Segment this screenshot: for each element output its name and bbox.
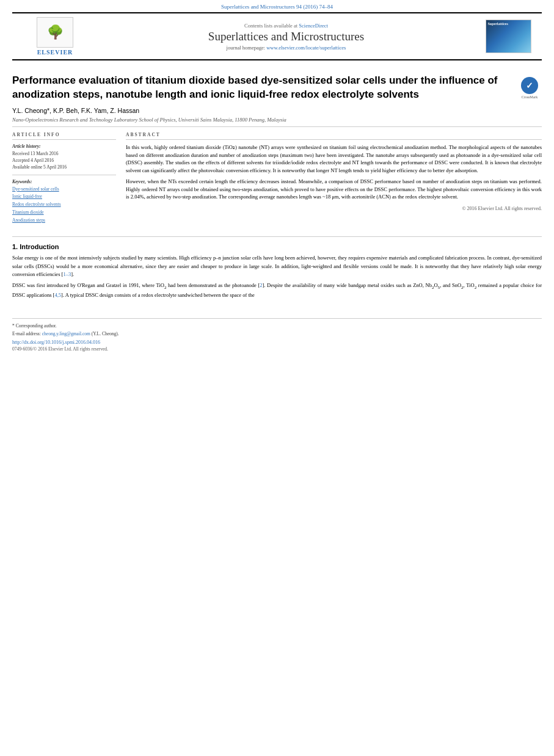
journal-title: Superlattices and Microstructures: [92, 30, 481, 43]
authors-line: Y.L. Cheong*, K.P. Beh, F.K. Yam, Z. Has…: [12, 107, 542, 114]
page-footer: * Corresponding author. E-mail address: …: [12, 318, 542, 352]
elsevier-logo-area: 🌳 ELSEVIER: [18, 17, 92, 56]
article-title-section: Performance evaluation of titanium dioxi…: [12, 67, 542, 107]
abstract-column: ABSTRACT In this work, highly ordered ti…: [126, 132, 542, 228]
elsevier-logo-box: 🌳: [37, 17, 73, 48]
ref-link-4-5[interactable]: 4,5: [54, 292, 61, 298]
homepage-link[interactable]: www.elsevier.com/locate/superlattices: [266, 45, 346, 51]
crossmark-area[interactable]: ✓ CrossMark: [517, 77, 542, 99]
ref-link-2[interactable]: 2: [260, 282, 262, 288]
page-wrapper: Superlattices and Microstructures 94 (20…: [0, 0, 554, 756]
accepted-text: Accepted 4 April 2016: [12, 157, 116, 164]
citation-text: Superlattices and Microstructures 94 (20…: [221, 4, 333, 10]
intro-paragraph-2: DSSC was first introduced by O'Regan and…: [12, 282, 542, 299]
journal-thumbnail: Superlattices: [486, 20, 531, 53]
keywords-label: Keywords:: [12, 179, 116, 184]
corresponding-author-note: * Corresponding author.: [12, 322, 542, 329]
keywords-section: Keywords: Dye-sensitized solar cells Ion…: [12, 179, 116, 225]
thumb-label: Superlattices: [488, 22, 508, 26]
divider-keywords: [12, 175, 116, 175]
email-note: E-mail address: cheong.y.ling@gmail.com …: [12, 330, 542, 337]
two-column-layout: ARTICLE INFO Article history: Received 1…: [12, 132, 542, 228]
abstract-paragraph-2: However, when the NTs exceeded certain l…: [126, 178, 542, 201]
introduction-heading: 1. Introduction: [12, 243, 542, 250]
ref-link-1-3[interactable]: 1–3: [63, 271, 71, 277]
issn-line: 0749-6036/© 2016 Elsevier Ltd. All right…: [12, 346, 542, 352]
article-title: Performance evaluation of titanium dioxi…: [12, 74, 511, 102]
main-content: Performance evaluation of titanium dioxi…: [12, 60, 542, 308]
journal-thumbnail-area: Superlattices: [481, 20, 536, 53]
history-label: Article history:: [12, 144, 116, 149]
keyword-1[interactable]: Dye-sensitized solar cells: [12, 186, 59, 192]
keyword-5[interactable]: Anodization steps: [12, 217, 45, 223]
received-text: Received 13 March 2016: [12, 150, 116, 157]
science-direct-link[interactable]: ScienceDirect: [299, 23, 328, 29]
elsevier-tree-icon: 🌳: [47, 26, 64, 39]
email-link[interactable]: cheong.y.ling@gmail.com: [42, 331, 90, 336]
copyright-line: © 2016 Elsevier Ltd. All rights reserved…: [126, 206, 542, 211]
authors-text: Y.L. Cheong*, K.P. Beh, F.K. Yam, Z. Has…: [12, 107, 139, 114]
abstract-paragraph-1: In this work, highly ordered titanium di…: [126, 144, 542, 175]
available-text: Available online 5 April 2016: [12, 164, 116, 170]
journal-center: Contents lists available at ScienceDirec…: [92, 23, 481, 51]
journal-homepage: journal homepage: www.elsevier.com/locat…: [92, 45, 481, 51]
science-direct-line: Contents lists available at ScienceDirec…: [92, 23, 481, 29]
abstract-heading: ABSTRACT: [126, 132, 542, 140]
citation-bar: Superlattices and Microstructures 94 (20…: [0, 0, 554, 12]
abstract-body: In this work, highly ordered titanium di…: [126, 144, 542, 201]
crossmark-text: CrossMark: [522, 95, 538, 99]
keywords-list: Dye-sensitized solar cells Ionic liquid-…: [12, 186, 116, 225]
elsevier-label: ELSEVIER: [37, 49, 73, 56]
article-info-column: ARTICLE INFO Article history: Received 1…: [12, 132, 116, 228]
crossmark-icon[interactable]: ✓: [521, 77, 538, 94]
elsevier-logo: 🌳 ELSEVIER: [37, 17, 73, 56]
keyword-3[interactable]: Redox electrolyte solvents: [12, 202, 61, 207]
intro-paragraph-1: Solar energy is one of the most intensiv…: [12, 254, 542, 278]
doi-link[interactable]: http://dx.doi.org/10.1016/j.spmi.2016.04…: [12, 340, 542, 345]
article-info-heading: ARTICLE INFO: [12, 132, 116, 140]
article-body: 1. Introduction Solar energy is one of t…: [12, 236, 542, 299]
article-history: Article history: Received 13 March 2016 …: [12, 144, 116, 171]
journal-header: 🌳 ELSEVIER Contents lists available at S…: [12, 12, 542, 60]
divider-1: [12, 126, 542, 127]
affiliation-line: Nano-Optoelectronics Research and Techno…: [12, 117, 542, 123]
keyword-2[interactable]: Ionic liquid-free: [12, 194, 42, 199]
keyword-4[interactable]: Titanium dioxide: [12, 209, 44, 215]
